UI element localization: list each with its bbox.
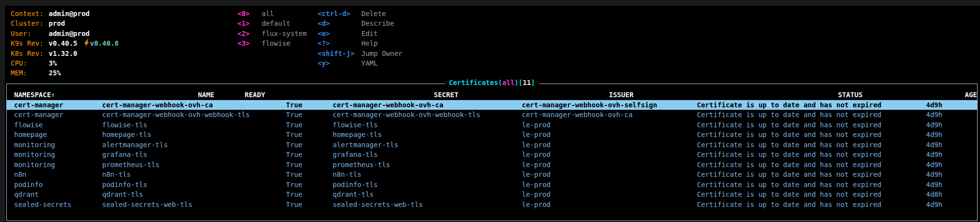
table-row[interactable]: cert-manager cert-manager-webhook-ovh-ca… (7, 100, 977, 110)
cell-name: sealed-secrets-web-tls (102, 200, 286, 210)
hotkey-key: <e> (318, 29, 361, 38)
table-row[interactable]: qdrant qdrant-tls True qdrant-tls le-pro… (7, 189, 977, 200)
cell-secret: cert-manager-webhook-ovh-ca (333, 100, 522, 110)
cell-age: 4d8h (926, 189, 977, 200)
cell-status: Certificate is up to date and has not ex… (697, 200, 926, 210)
cluster-info-label: CPU: (11, 58, 49, 68)
item-count: 11 (523, 79, 531, 86)
cell-namespace: podinfo (14, 180, 102, 190)
hotkey-key: <ctrl-d> (318, 9, 361, 18)
cluster-info-label: MEM: (11, 68, 49, 78)
cluster-info: Context:admin@prod Cluster:prod User:adm… (11, 9, 119, 78)
cell-secret: cert-manager-webhook-ovh-webhook-tls (333, 110, 522, 120)
namespace-hotkey-item[interactable]: <1>default (237, 18, 307, 28)
cell-issuer: le-prod (522, 160, 697, 170)
cluster-info-label: User: (11, 29, 49, 38)
namespace-hotkey-item[interactable]: <2>flux-system (237, 29, 307, 38)
cluster-info-label: K8s Rev: (11, 49, 49, 58)
cell-name: qdrant-tls (102, 189, 286, 200)
cell-secret: homepage-tls (333, 130, 522, 140)
cluster-info-value: 3% (49, 59, 57, 67)
cell-name: alertmanager-tls (102, 140, 286, 150)
cluster-info-value: 25% (49, 69, 61, 77)
table-row[interactable]: podinfo podinfo-tls True podinfo-tls le-… (7, 180, 977, 190)
table-row[interactable]: monitoring prometheus-tls True prometheu… (7, 160, 977, 170)
cell-status: Certificate is up to date and has not ex… (697, 140, 926, 150)
table-row[interactable]: sealed-secrets sealed-secrets-web-tls Tr… (7, 200, 977, 210)
cluster-info-value: prod (49, 19, 65, 27)
namespace-hotkeys: <0>all <1>default <2>flux-system <3>flow… (237, 9, 307, 49)
table-row[interactable]: cert-manager cert-manager-webhook-ovh-we… (7, 110, 977, 120)
command-hotkeys: <ctrl-d>Delete <d>Describe <e>Edit <?>He… (318, 9, 402, 68)
cell-secret: grafana-tls (333, 150, 522, 160)
hotkey-label: all (262, 10, 274, 17)
cell-namespace: cert-manager (14, 110, 102, 120)
command-hotkey-item[interactable]: <y>YAML (318, 58, 402, 68)
k9s-terminal: Context:admin@prod Cluster:prod User:adm… (5, 6, 980, 222)
cell-name: flowise-tls (102, 120, 286, 130)
namespace-hotkey-item[interactable]: <0>all (237, 9, 307, 18)
cell-name: n8n-tls (102, 170, 286, 180)
cluster-info-line: K9s Rev:v0.40.5v0.40.8 (11, 38, 119, 48)
cell-issuer: le-prod (522, 130, 697, 140)
cluster-info-value: v1.32.0 (49, 50, 77, 57)
cell-issuer: le-prod (522, 189, 697, 200)
table-row[interactable]: homepage homepage-tls True homepage-tls … (7, 130, 977, 140)
cell-issuer: cert-manager-webhook-ovh-selfsign (522, 100, 697, 110)
cell-issuer: le-prod (522, 180, 697, 190)
column-header: NAMESPACE↑ (14, 90, 198, 100)
command-hotkey-item[interactable]: <ctrl-d>Delete (318, 9, 402, 18)
column-header: AGE (965, 90, 977, 100)
cell-ready: True (286, 170, 333, 180)
cluster-info-label: Context: (11, 9, 49, 18)
cluster-info-label: K9s Rev: (11, 38, 49, 48)
cell-name: homepage-tls (102, 130, 286, 140)
resource-name: Certificates( (449, 79, 502, 86)
command-hotkey-item[interactable]: <?>Help (318, 38, 402, 48)
cell-secret: n8n-tls (333, 170, 522, 180)
command-hotkey-item[interactable]: <e>Edit (318, 29, 402, 38)
hotkey-label: Jump Owner (361, 50, 402, 57)
cell-issuer: le-prod (522, 140, 697, 150)
table-row[interactable]: monitoring alertmanager-tls True alertma… (7, 140, 977, 150)
column-label: STATUS (838, 91, 863, 99)
cell-age: 4d9h (926, 200, 977, 210)
cell-secret: podinfo-tls (333, 180, 522, 190)
cell-ready: True (286, 100, 333, 110)
cell-namespace: flowise (14, 120, 102, 130)
cell-status: Certificate is up to date and has not ex… (697, 130, 926, 140)
hotkey-key: <0> (237, 9, 262, 18)
namespace-filter: all (502, 79, 515, 86)
column-label: NAME (198, 91, 214, 99)
command-hotkey-item[interactable]: <d>Describe (318, 18, 402, 28)
hotkey-key: <2> (237, 29, 262, 38)
cell-ready: True (286, 110, 333, 120)
cell-ready: True (286, 160, 333, 170)
column-label: SECRET (434, 91, 459, 99)
table-row[interactable]: flowise flowise-tls True flowise-tls le-… (7, 120, 977, 130)
table-row[interactable]: n8n n8n-tls True n8n-tls le-prod Certifi… (7, 170, 977, 180)
hotkey-key: <shift-j> (318, 49, 361, 58)
hotkey-label: Delete (361, 10, 386, 17)
cluster-info-line: MEM:25% (11, 68, 119, 78)
namespace-hotkey-item[interactable]: <3>flowise (237, 38, 307, 48)
cluster-info-value: admin@prod (49, 10, 89, 17)
table-header: NAMESPACE↑NAMEREADYSECRETISSUERSTATUSAGE (7, 90, 977, 100)
lightning-bolt-icon (84, 39, 89, 47)
cell-namespace: cert-manager (14, 100, 102, 110)
cell-namespace: sealed-secrets (14, 200, 102, 210)
cell-name: prometheus-tls (102, 160, 286, 170)
view-title: Certificates(all)[11] (445, 79, 539, 86)
hotkey-key: <3> (237, 38, 262, 48)
cell-age: 4d9h (926, 150, 977, 160)
cluster-info-value: admin@prod (49, 30, 89, 37)
cell-age: 4d9h (926, 120, 977, 130)
column-label: READY (245, 91, 265, 99)
table-row[interactable]: monitoring grafana-tls True grafana-tls … (7, 150, 977, 160)
command-hotkey-item[interactable]: <shift-j>Jump Owner (318, 49, 402, 58)
cell-secret: alertmanager-tls (333, 140, 522, 150)
column-header: NAME (198, 90, 245, 100)
cell-age: 4d9h (926, 170, 977, 180)
title-bracket: ] (531, 79, 535, 86)
cell-namespace: homepage (14, 130, 102, 140)
